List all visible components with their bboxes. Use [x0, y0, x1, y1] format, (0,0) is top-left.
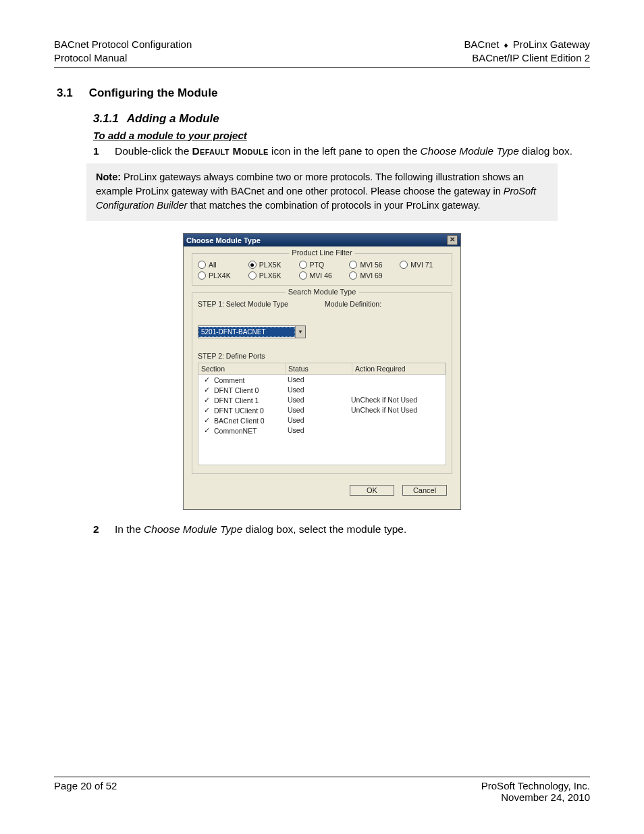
radio-icon: [299, 271, 307, 280]
header-left-2: Protocol Manual: [54, 51, 127, 65]
table-row[interactable]: CommentUsed: [198, 375, 446, 385]
radio-label: MVI 56: [360, 261, 382, 269]
radio-icon: [349, 271, 357, 280]
module-type-combo-value: 5201-DFNT-BACNET: [198, 327, 295, 337]
ports-table-header: Section Status Action Required: [198, 363, 446, 375]
check-icon: [204, 426, 211, 435]
header-left-1: BACnet Protocol Configuration: [54, 38, 192, 51]
note-body-pre: ProLinx gateways always combine two or m…: [96, 172, 524, 197]
col-status: Status: [286, 363, 352, 374]
check-icon: [204, 416, 211, 425]
close-icon[interactable]: ✕: [447, 235, 458, 245]
radio-mvi46[interactable]: MVI 46: [299, 271, 346, 280]
row-status: Used: [285, 416, 348, 425]
radio-mvi69[interactable]: MVI 69: [349, 271, 396, 280]
row-action: UnCheck if Not Used: [348, 396, 446, 405]
ports-table: Section Status Action Required CommentUs…: [198, 363, 446, 465]
header-right-2: BACnet/IP Client Edition 2: [472, 51, 590, 65]
step-1-scaps: Default Module: [192, 145, 269, 157]
row-section: DFNT Client 0: [214, 386, 259, 394]
row-status: Used: [285, 396, 348, 405]
footer-left: Page 20 of 52: [54, 780, 117, 803]
check-icon: [204, 406, 211, 415]
row-action: UnCheck if Not Used: [348, 406, 446, 415]
step-1: 1 Double-click the Default Module icon i…: [93, 144, 590, 159]
row-action: [348, 416, 446, 425]
radio-icon: [400, 261, 408, 269]
check-icon: [204, 386, 211, 394]
row-section: Comment: [214, 376, 245, 384]
table-row[interactable]: CommonNETUsed: [198, 425, 446, 436]
radio-label: PTQ: [310, 261, 325, 269]
page-header: BACnet Protocol Configuration BACnet ♦ P…: [54, 38, 590, 68]
step2-label: STEP 2: Define Ports: [198, 352, 446, 360]
radio-icon: [248, 271, 257, 280]
radio-label: All: [209, 261, 217, 269]
product-line-filter-group: Product Line Filter AllPLX5KPTQMVI 56MVI…: [192, 253, 452, 286]
col-section: Section: [198, 363, 286, 374]
note-label: Note:: [96, 172, 121, 182]
radio-mvi71[interactable]: MVI 71: [400, 261, 446, 269]
row-section: BACnet Client 0: [214, 417, 265, 425]
radio-label: MVI 69: [360, 271, 382, 280]
step-2-ital: Choose Module Type: [144, 523, 242, 535]
header-right-1a: BACnet: [464, 38, 502, 50]
radio-plx5k[interactable]: PLX5K: [248, 261, 295, 269]
radio-label: MVI 71: [410, 261, 433, 269]
radio-icon: [198, 271, 206, 280]
instruction-title: To add a module to your project: [93, 130, 590, 141]
row-section: DFNT Client 1: [214, 396, 259, 405]
radio-icon: [248, 261, 257, 269]
chevron-down-icon[interactable]: ▼: [295, 326, 305, 338]
row-section: DFNT UClient 0: [214, 407, 264, 415]
module-type-combo[interactable]: 5201-DFNT-BACNET ▼: [198, 325, 306, 338]
table-row[interactable]: DFNT UClient 0UsedUnCheck if Not Used: [198, 405, 446, 415]
footer-right-1: ProSoft Technology, Inc.: [481, 780, 590, 791]
radio-ptq[interactable]: PTQ: [299, 261, 346, 269]
module-definition-label: Module Definition:: [325, 300, 446, 308]
ok-button[interactable]: OK: [350, 485, 394, 496]
radio-label: PLX6K: [259, 271, 281, 280]
radio-all[interactable]: All: [198, 261, 244, 269]
check-icon: [204, 375, 211, 384]
search-module-type-group: Search Module Type STEP 1: Select Module…: [192, 292, 452, 474]
table-row[interactable]: DFNT Client 0Used: [198, 385, 446, 395]
cancel-button[interactable]: Cancel: [402, 485, 447, 496]
step-1-text: Double-click the Default Module icon in …: [115, 144, 572, 159]
search-legend: Search Module Type: [286, 288, 359, 296]
header-right-1b: ProLinx Gateway: [510, 38, 590, 50]
table-row[interactable]: BACnet Client 0Used: [198, 415, 446, 425]
subsection-number: 3.1.1: [93, 112, 119, 126]
filter-legend: Product Line Filter: [289, 249, 354, 257]
step-1-ital: Choose Module Type: [421, 145, 519, 157]
step-1-number: 1: [93, 144, 103, 159]
radio-plx4k[interactable]: PLX4K: [198, 271, 244, 280]
subsection-heading: 3.1.1 Adding a Module: [93, 112, 590, 126]
row-section: CommonNET: [214, 427, 257, 435]
row-action: [348, 426, 446, 435]
radio-label: PLX4K: [209, 271, 231, 280]
page-footer: Page 20 of 52 ProSoft Technology, Inc. N…: [54, 777, 590, 803]
subsection-title: Adding a Module: [127, 112, 219, 126]
note-body-post: that matches the combination of protocol…: [187, 200, 480, 211]
radio-icon: [349, 261, 357, 269]
table-row[interactable]: DFNT Client 1UsedUnCheck if Not Used: [198, 395, 446, 405]
radio-plx6k[interactable]: PLX6K: [248, 271, 295, 280]
step-2-text: In the Choose Module Type dialog box, se…: [115, 522, 406, 537]
row-status: Used: [285, 406, 348, 415]
step-2-pre: In the: [115, 523, 144, 535]
section-heading: 3.1 Configuring the Module: [57, 86, 590, 100]
check-icon: [204, 396, 211, 405]
col-action: Action Required: [352, 363, 446, 374]
row-status: Used: [285, 375, 348, 384]
note-box: Note: ProLinx gateways always combine tw…: [86, 163, 558, 221]
dialog-title: Choose Module Type: [186, 236, 261, 244]
radio-label: MVI 46: [310, 271, 332, 280]
radio-label: PLX5K: [259, 261, 281, 269]
step1-label: STEP 1: Select Module Type: [198, 300, 313, 308]
step-1-pre: Double-click the: [115, 145, 192, 157]
radio-mvi56[interactable]: MVI 56: [349, 261, 396, 269]
row-action: [348, 375, 446, 384]
radio-icon: [299, 261, 307, 269]
step-1-post: dialog box.: [519, 145, 572, 157]
